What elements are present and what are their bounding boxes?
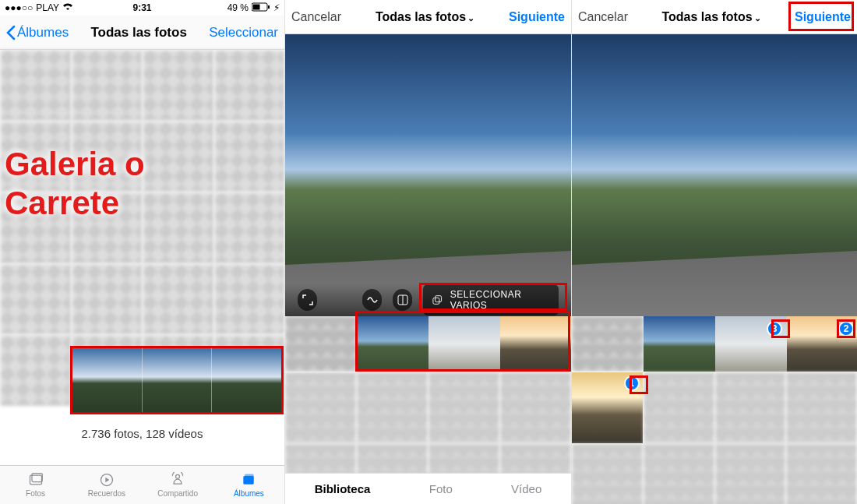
photo-thumb[interactable] [644, 444, 714, 504]
tab-label: Fotos [26, 489, 45, 498]
photo-thumb[interactable] [428, 372, 499, 443]
expand-icon[interactable] [298, 289, 317, 311]
albums-icon [240, 472, 257, 488]
select-multiple-label: SELECCIONAR VARIOS [450, 289, 549, 311]
svg-rect-2 [268, 5, 270, 9]
photo-thumb[interactable] [500, 372, 571, 443]
back-button[interactable]: Álbumes [6, 25, 69, 41]
clock: 9:31 [132, 2, 151, 13]
photo-thumb[interactable] [214, 122, 285, 192]
photo-thumb[interactable] [143, 264, 213, 335]
select-button[interactable]: Seleccionar [209, 25, 278, 41]
tab-label: Recuerdos [88, 489, 125, 498]
photo-thumb[interactable] [572, 444, 643, 504]
tab-bar: Fotos Recuerdos Compartido Álbumes [0, 465, 284, 504]
boomerang-icon[interactable] [362, 289, 382, 311]
chevron-down-icon: ⌄ [754, 13, 761, 23]
tab-label: Álbumes [234, 489, 264, 498]
photo-thumb[interactable] [786, 372, 857, 443]
chevron-down-icon: ⌄ [467, 13, 474, 23]
shared-icon [169, 472, 186, 488]
photo-count-label: 2.736 fotos, 128 vídeos [0, 427, 284, 440]
photo-thumb[interactable] [143, 50, 213, 121]
photo-thumb[interactable] [644, 372, 714, 443]
photo-thumb[interactable] [500, 316, 571, 372]
photo-thumb[interactable] [285, 372, 356, 443]
svg-rect-10 [433, 298, 439, 304]
tab-photos[interactable]: Fotos [0, 466, 71, 504]
photos-app-panel: ●●●○○ PLAY 9:31 49 % ⚡︎ Álbumes Todas la… [0, 0, 285, 504]
page-title: Todas las fotos [69, 25, 209, 41]
segmented-control: Biblioteca Foto Vídeo [285, 473, 571, 504]
photo-thumb[interactable] [357, 316, 428, 372]
battery-icon [252, 2, 270, 14]
thumbnail-strip[interactable]: 3 2 [572, 316, 857, 372]
battery-percent: 49 % [227, 2, 249, 13]
photo-thumb[interactable] [0, 264, 71, 335]
picker-panel-multi: Cancelar Todas las fotos⌄ Siguiente 3 2 … [572, 0, 857, 504]
photo-thumb[interactable] [644, 316, 715, 372]
svg-rect-11 [436, 296, 442, 302]
memories-icon [98, 472, 115, 488]
wifi-icon [62, 2, 73, 13]
segment-library[interactable]: Biblioteca [315, 482, 371, 495]
photo-thumb[interactable] [214, 50, 285, 121]
tab-label: Compartido [157, 489, 198, 498]
next-button[interactable]: Siguiente [509, 10, 565, 24]
photo-thumb[interactable] [214, 192, 285, 263]
photo-thumb[interactable] [212, 348, 281, 412]
photo-thumb[interactable] [715, 372, 786, 443]
svg-rect-4 [32, 474, 42, 482]
back-label: Álbumes [17, 25, 69, 41]
photo-thumb[interactable] [285, 316, 357, 372]
photo-thumb[interactable] [357, 372, 428, 443]
annotation-label: Galeria o Carrete [5, 145, 145, 224]
stack-icon [432, 294, 442, 305]
carrier-label: PLAY [36, 2, 59, 13]
photo-thumb[interactable] [72, 50, 143, 121]
photo-thumb[interactable] [786, 444, 857, 504]
next-button[interactable]: Siguiente [795, 10, 851, 24]
photo-thumb[interactable] [428, 316, 500, 372]
photo-thumb[interactable] [143, 122, 213, 192]
cancel-button[interactable]: Cancelar [578, 10, 628, 24]
charging-icon: ⚡︎ [273, 2, 280, 13]
photo-thumb[interactable] [72, 264, 143, 335]
picker-nav-bar: Cancelar Todas las fotos⌄ Siguiente [572, 0, 857, 34]
select-multiple-button[interactable]: SELECCIONAR VARIOS [423, 284, 559, 315]
selected-photo-preview[interactable] [572, 34, 857, 316]
segment-photo[interactable]: Foto [429, 482, 453, 495]
photo-thumb[interactable]: 1 [572, 372, 643, 443]
signal-dots-icon: ●●●○○ [5, 2, 33, 13]
photo-thumb[interactable] [715, 444, 786, 504]
layout-icon[interactable] [393, 289, 412, 311]
picker-panel-single: Cancelar Todas las fotos⌄ Siguiente [285, 0, 572, 504]
picker-title[interactable]: Todas las fotos⌄ [661, 10, 760, 24]
nav-bar: Álbumes Todas las fotos Seleccionar [0, 16, 284, 50]
photo-thumb[interactable] [72, 348, 143, 412]
photo-thumb[interactable] [572, 316, 644, 372]
picker-title[interactable]: Todas las fotos⌄ [376, 10, 474, 24]
selection-badge: 3 [767, 321, 782, 337]
cancel-button[interactable]: Cancelar [291, 10, 341, 24]
tab-albums[interactable]: Álbumes [213, 466, 284, 504]
photo-thumb[interactable] [143, 348, 213, 412]
photos-icon [27, 472, 44, 488]
picker-title-label: Todas las fotos [661, 10, 752, 23]
photo-thumb[interactable]: 3 [715, 316, 787, 372]
picker-title-label: Todas las fotos [376, 10, 466, 23]
photo-thumb[interactable] [143, 192, 213, 263]
picker-nav-bar: Cancelar Todas las fotos⌄ Siguiente [285, 0, 571, 34]
thumbnail-grid[interactable]: 1 [572, 372, 857, 504]
tab-shared[interactable]: Compartido [143, 466, 213, 504]
landscape-thumbs-highlight [70, 346, 284, 414]
selected-photo-preview[interactable]: SELECCIONAR VARIOS [285, 34, 571, 316]
tab-memories[interactable]: Recuerdos [71, 466, 142, 504]
segment-video[interactable]: Vídeo [511, 482, 541, 495]
svg-rect-1 [253, 4, 260, 9]
photo-thumb[interactable] [214, 264, 285, 335]
photo-thumb[interactable] [0, 50, 71, 121]
photo-thumb[interactable]: 2 [787, 316, 857, 372]
thumbnail-strip[interactable] [285, 316, 571, 372]
photo-thumb[interactable] [0, 335, 71, 406]
